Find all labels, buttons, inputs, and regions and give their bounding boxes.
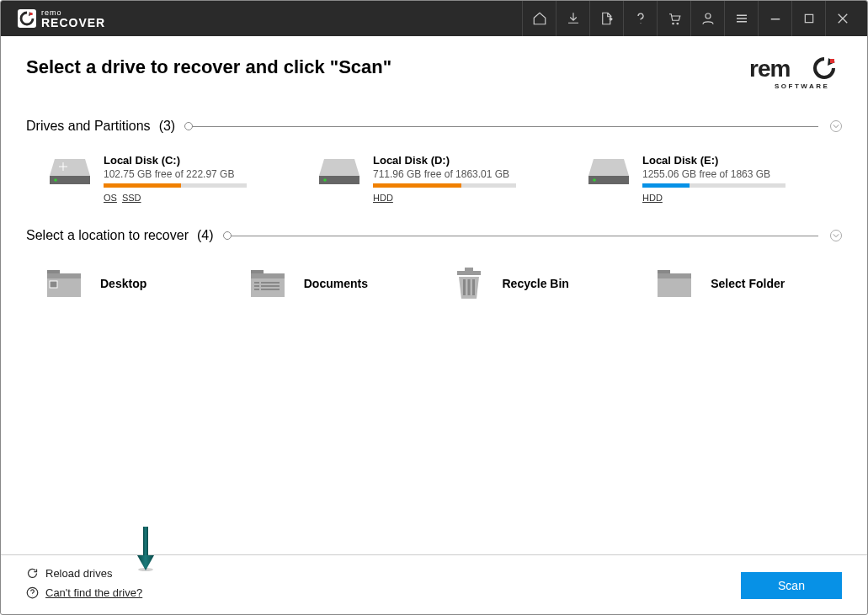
drive-usage-bar: [104, 183, 247, 188]
drive-tag[interactable]: OS: [104, 193, 117, 203]
svg-text:rem: rem: [749, 56, 790, 82]
drive-card-c[interactable]: Local Disk (C:) 102.75 GB free of 222.97…: [46, 152, 299, 204]
hamburger-icon: [734, 11, 749, 26]
locations-section-header: Select a location to recover (4): [26, 228, 842, 243]
chevron-down-icon: [833, 123, 839, 130]
svg-rect-27: [261, 285, 280, 287]
export-icon: [599, 11, 615, 26]
svg-rect-1: [30, 13, 33, 15]
svg-rect-8: [64, 162, 68, 167]
svg-rect-25: [261, 282, 280, 284]
folder-documents-icon: [250, 268, 285, 299]
location-desktop[interactable]: Desktop: [46, 267, 232, 300]
location-select-folder[interactable]: Select Folder: [657, 267, 842, 300]
drives-section-title: Drives and Partitions: [26, 119, 151, 134]
maximize-button[interactable]: [791, 1, 825, 36]
svg-rect-26: [254, 285, 259, 287]
close-icon: [835, 11, 850, 26]
refresh-logo-icon: [18, 9, 36, 28]
svg-rect-20: [50, 281, 57, 288]
drives-section-header: Drives and Partitions (3): [26, 119, 842, 134]
svg-rect-32: [463, 279, 466, 295]
cart-icon: [667, 11, 682, 26]
svg-rect-24: [254, 282, 259, 284]
svg-rect-5: [830, 59, 834, 63]
svg-rect-37: [658, 273, 691, 278]
svg-rect-34: [472, 279, 475, 295]
brand-logo: rem SOFTWARE: [749, 56, 842, 95]
folder-desktop-icon: [46, 268, 82, 299]
svg-point-12: [54, 178, 57, 182]
svg-rect-31: [465, 268, 473, 271]
cart-button[interactable]: [657, 1, 690, 36]
home-button[interactable]: [522, 1, 556, 36]
drive-icon: [48, 154, 92, 188]
folder-icon: [657, 268, 692, 299]
drive-icon: [317, 154, 361, 188]
reload-icon: [26, 567, 39, 580]
titlebar: remo RECOVER: [1, 1, 867, 36]
drive-name: Local Disk (C:): [104, 154, 297, 167]
svg-rect-39: [143, 527, 148, 557]
titlebar-actions: [522, 1, 859, 36]
locations-collapse-toggle[interactable]: [830, 230, 842, 241]
drive-name: Local Disk (E:): [642, 154, 836, 167]
page-title: Select a drive to recover and click "Sca…: [26, 56, 391, 78]
app-logo: remo RECOVER: [18, 8, 105, 29]
cant-find-drive-link[interactable]: Can't find the drive?: [26, 586, 142, 599]
drive-card-d[interactable]: Local Disk (D:) 711.96 GB free of 1863.0…: [316, 152, 568, 204]
drive-icon: [587, 154, 631, 188]
export-button[interactable]: [589, 1, 623, 36]
drives-collapse-toggle[interactable]: [830, 120, 842, 132]
reload-drives-link[interactable]: Reload drives: [26, 567, 142, 580]
account-button[interactable]: [690, 1, 724, 36]
svg-rect-33: [467, 279, 470, 295]
minimize-button[interactable]: [758, 1, 791, 36]
drive-free: 1255.06 GB free of 1863 GB: [642, 168, 836, 180]
svg-rect-30: [457, 271, 481, 275]
question-circle-icon: [26, 586, 39, 599]
locations-row: Desktop Documents Recycle Bin: [26, 267, 842, 300]
svg-rect-28: [254, 289, 259, 290]
drive-free: 102.75 GB free of 222.97 GB: [104, 168, 297, 180]
svg-point-16: [593, 178, 596, 182]
download-button[interactable]: [556, 1, 589, 36]
drive-name: Local Disk (D:): [373, 154, 567, 167]
help-button[interactable]: [623, 1, 657, 36]
svg-rect-19: [47, 273, 81, 278]
drive-free: 711.96 GB free of 1863.01 GB: [373, 168, 567, 180]
maximize-icon: [802, 12, 816, 25]
svg-rect-10: [64, 167, 68, 172]
svg-rect-23: [251, 273, 285, 278]
footer: Reload drives Can't find the drive? Scan: [1, 554, 867, 614]
svg-rect-29: [261, 289, 280, 290]
close-button[interactable]: [825, 1, 859, 36]
drive-card-e[interactable]: Local Disk (E:) 1255.06 GB free of 1863 …: [585, 152, 838, 204]
svg-rect-3: [805, 14, 812, 22]
location-documents[interactable]: Documents: [250, 267, 435, 300]
home-icon: [532, 11, 547, 26]
drives-section-count: (3): [159, 119, 176, 134]
location-label: Documents: [304, 277, 368, 290]
drive-usage-bar: [373, 183, 516, 188]
location-label: Desktop: [100, 277, 146, 290]
menu-button[interactable]: [724, 1, 758, 36]
app-brand-bottom: RECOVER: [41, 17, 105, 29]
chevron-down-icon: [833, 232, 839, 239]
download-icon: [566, 11, 581, 26]
locations-section-title: Select a location to recover: [26, 228, 189, 243]
location-label: Select Folder: [711, 277, 785, 290]
svg-point-2: [706, 13, 711, 19]
reload-drives-label: Reload drives: [45, 567, 113, 580]
svg-rect-7: [59, 162, 63, 167]
location-recycle-bin[interactable]: Recycle Bin: [454, 267, 639, 300]
brand-subtitle: SOFTWARE: [775, 82, 829, 90]
location-label: Recycle Bin: [503, 277, 569, 290]
svg-point-14: [323, 178, 327, 182]
user-icon: [700, 11, 716, 26]
drive-tag[interactable]: SSD: [122, 193, 141, 203]
drive-tag[interactable]: HDD: [373, 193, 393, 203]
drive-tag[interactable]: HDD: [642, 193, 663, 203]
scan-button[interactable]: Scan: [741, 572, 842, 599]
drive-usage-bar: [642, 183, 785, 188]
